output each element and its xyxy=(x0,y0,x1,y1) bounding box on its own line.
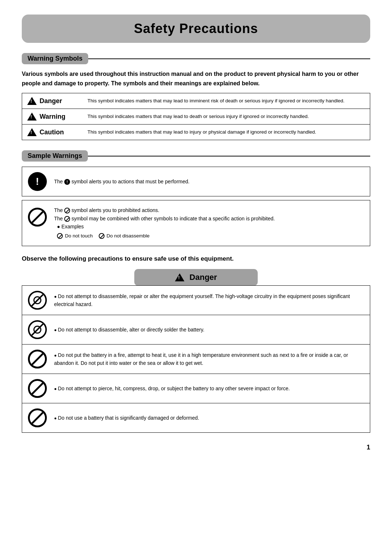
warning-text: Warning xyxy=(40,113,65,121)
warning-symbol-row: Warning This symbol indicates matters th… xyxy=(22,109,370,125)
danger-triangle-icon xyxy=(27,97,37,105)
examples-label: ● Examples xyxy=(57,223,364,231)
warning-triangle-icon xyxy=(27,113,37,121)
danger-item-3: Do not put the battery in a fire, attemp… xyxy=(22,344,370,374)
danger-item-2-content: Do not attempt to disassemble, alter or … xyxy=(54,326,364,334)
warning-desc: This symbol indicates matters that may l… xyxy=(87,113,309,120)
danger-desc: This symbol indicates matters that may l… xyxy=(87,97,344,105)
section-divider xyxy=(88,58,370,59)
danger-item-5: Do not use a battery that is significant… xyxy=(22,403,370,433)
danger-label: Danger xyxy=(27,97,82,105)
danger-item-3-text: Do not put the battery in a fire, attemp… xyxy=(54,351,364,367)
danger-item-4: Do not attempt to pierce, hit, compress,… xyxy=(22,374,370,403)
no-symbol-icon-4 xyxy=(28,379,47,398)
no-symbol-icon-5 xyxy=(28,408,47,427)
danger-item-1: Do not attempt to disassemble, repair or… xyxy=(22,285,370,315)
danger-item-4-text: Do not attempt to pierce, hit, compress,… xyxy=(54,384,364,392)
caution-label: Caution xyxy=(27,128,82,136)
no-disassemble-icon-1 xyxy=(28,291,47,310)
sample-warnings-label: Sample Warnings xyxy=(22,150,88,162)
danger-item-2-text: Do not attempt to disassemble, alter or … xyxy=(54,326,364,334)
no-symbol-icon-3 xyxy=(28,350,47,368)
no-disassemble-icon-2 xyxy=(28,320,47,339)
observe-text: Observe the following precautions to ens… xyxy=(22,254,370,264)
example-touch-text: Do not touch xyxy=(65,232,93,240)
page-number: 1 xyxy=(22,444,370,451)
no-symbol-line1: The symbol alerts you to prohibited acti… xyxy=(54,206,364,214)
danger-item-1-content: Do not attempt to disassemble, repair or… xyxy=(54,292,364,309)
exclamation-circle-icon: ! xyxy=(28,172,47,191)
no-symbol-icon xyxy=(28,208,47,227)
danger-section-label: Danger xyxy=(189,273,217,282)
danger-text: Danger xyxy=(40,97,62,105)
danger-item-4-content: Do not attempt to pierce, hit, compress,… xyxy=(54,384,364,392)
example-do-not-disassemble: Do not disassemble xyxy=(99,232,150,240)
danger-item-1-text: Do not attempt to disassemble, repair or… xyxy=(54,292,364,309)
no-symbol-sample-box: The symbol alerts you to prohibited acti… xyxy=(22,200,370,246)
examples-list: ● Examples Do not touch Do not disassemb… xyxy=(57,223,364,240)
inline-no-icon-4 xyxy=(99,233,105,239)
inline-no-icon-2 xyxy=(64,216,70,222)
intro-text: Various symbols are used throughout this… xyxy=(22,69,370,88)
sample-warnings-header: Sample Warnings xyxy=(22,150,370,162)
caution-text: Caution xyxy=(40,129,64,136)
danger-item-5-content: Do not use a battery that is significant… xyxy=(54,414,364,422)
example-do-not-touch: Do not touch xyxy=(57,232,93,240)
danger-section-triangle-icon xyxy=(175,273,184,281)
danger-item-3-content: Do not put the battery in a fire, attemp… xyxy=(54,351,364,367)
example-disassemble-text: Do not disassemble xyxy=(107,232,150,240)
caution-triangle-icon xyxy=(27,128,37,136)
sample-divider xyxy=(88,156,370,156)
caution-desc: This symbol indicates matters that may l… xyxy=(87,129,316,136)
symbols-table: Danger This symbol indicates matters tha… xyxy=(22,93,370,140)
page-title: Safety Precautions xyxy=(36,21,356,36)
inline-no-icon-3 xyxy=(57,233,63,239)
page-title-box: Safety Precautions xyxy=(22,15,370,43)
exclamation-sample-box: ! The ! symbol alerts you to actions tha… xyxy=(22,167,370,196)
exclamation-sample-content: The ! symbol alerts you to actions that … xyxy=(54,178,364,186)
no-symbol-line2: The symbol may be combined with other sy… xyxy=(54,215,364,223)
danger-items-container: Do not attempt to disassemble, repair or… xyxy=(22,285,370,433)
examples-row: Do not touch Do not disassemble xyxy=(57,232,364,240)
caution-symbol-row: Caution This symbol indicates matters th… xyxy=(22,125,370,140)
warning-symbols-header: Warning Symbols xyxy=(22,53,370,64)
warning-symbols-label: Warning Symbols xyxy=(22,53,88,64)
inline-exclamation-icon: ! xyxy=(64,179,70,185)
danger-symbol-row: Danger This symbol indicates matters tha… xyxy=(22,93,370,109)
inline-no-icon-1 xyxy=(64,208,70,213)
warning-label: Warning xyxy=(27,113,82,121)
danger-item-5-text: Do not use a battery that is significant… xyxy=(54,414,364,422)
danger-item-2: Do not attempt to disassemble, alter or … xyxy=(22,315,370,345)
danger-section-header: Danger xyxy=(134,269,258,286)
no-symbol-sample-content: The symbol alerts you to prohibited acti… xyxy=(54,206,364,240)
